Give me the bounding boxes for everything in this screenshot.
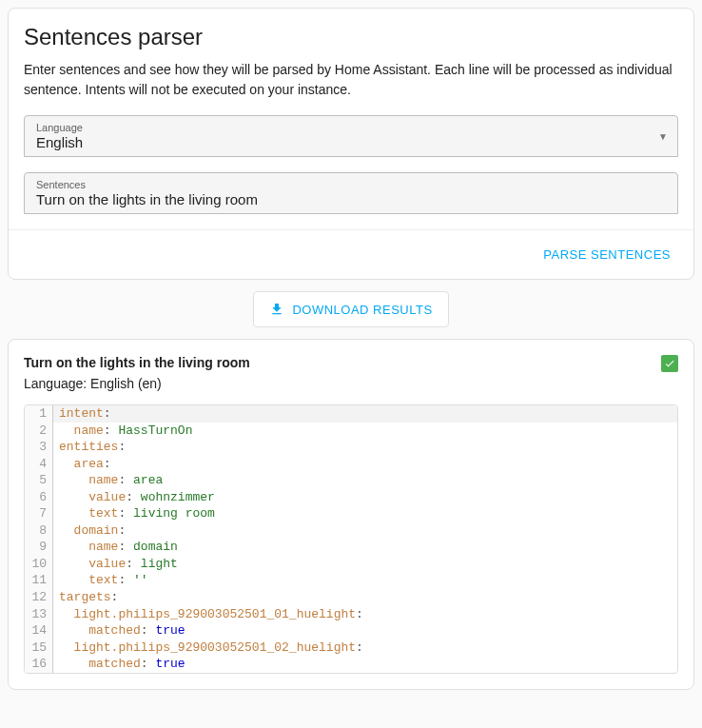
code-line: 12targets: <box>25 589 677 606</box>
sentences-input-wrapper: Sentences <box>24 172 678 214</box>
code-content: light.philips_929003052501_01_huelight: <box>53 606 363 623</box>
language-value: English <box>36 134 666 150</box>
language-select[interactable]: Language English ▼ <box>24 115 678 157</box>
line-number: 6 <box>25 489 53 506</box>
code-line: 5 name: area <box>25 472 677 489</box>
code-line: 4 area: <box>25 456 677 473</box>
line-number: 8 <box>25 522 53 540</box>
sentences-input[interactable] <box>36 191 666 207</box>
line-number: 4 <box>25 456 53 473</box>
download-button-label: Download Results <box>292 303 432 317</box>
yaml-code-block: 1intent:2 name: HassTurnOn3entities:4 ar… <box>24 404 678 674</box>
code-content: matched: true <box>53 656 185 673</box>
code-content: value: wohnzimmer <box>53 489 215 506</box>
code-line: 13 light.philips_929003052501_01_hueligh… <box>25 606 677 623</box>
code-content: entities: <box>53 439 126 456</box>
code-line: 11 text: '' <box>25 572 677 589</box>
code-content: text: '' <box>53 572 148 589</box>
line-number: 5 <box>25 472 53 489</box>
code-content: matched: true <box>53 622 185 639</box>
chevron-down-icon: ▼ <box>658 131 668 142</box>
line-number: 9 <box>25 539 53 556</box>
code-line: 2 name: HassTurnOn <box>25 423 677 440</box>
line-number: 3 <box>25 439 53 456</box>
code-line: 15 light.philips_929003052501_02_hueligh… <box>25 639 677 657</box>
result-language: Language: English (en) <box>24 376 678 391</box>
code-line: 10 value: light <box>25 556 677 573</box>
code-line: 6 value: wohnzimmer <box>25 489 677 506</box>
code-content: name: area <box>53 472 163 489</box>
download-icon <box>269 302 284 317</box>
card-actions: Parse Sentences <box>9 229 693 279</box>
success-badge <box>661 355 678 372</box>
line-number: 7 <box>25 505 53 522</box>
result-card: Turn on the lights in the living room La… <box>8 339 694 690</box>
code-line: 1intent: <box>25 405 677 423</box>
code-line: 14 matched: true <box>25 622 677 639</box>
download-button[interactable]: Download Results <box>253 291 448 327</box>
result-title: Turn on the lights in the living room <box>24 355 250 370</box>
code-content: name: HassTurnOn <box>53 423 192 440</box>
code-line: 8 domain: <box>25 522 677 540</box>
line-number: 14 <box>25 622 53 639</box>
code-line: 3entities: <box>25 439 677 456</box>
download-row: Download Results <box>8 291 694 327</box>
line-number: 2 <box>25 423 53 440</box>
code-content: value: light <box>53 556 178 573</box>
result-header: Turn on the lights in the living room <box>24 355 678 372</box>
sentences-label: Sentences <box>36 179 666 190</box>
code-content: name: domain <box>53 539 178 556</box>
parser-card: Sentences parser Enter sentences and see… <box>8 8 694 280</box>
code-line: 9 name: domain <box>25 539 677 556</box>
code-content: light.philips_929003052501_02_huelight: <box>53 639 363 657</box>
code-content: targets: <box>53 589 118 606</box>
line-number: 15 <box>25 639 53 657</box>
parser-description: Enter sentences and see how they will be… <box>24 60 678 100</box>
line-number: 1 <box>25 405 53 423</box>
code-content: domain: <box>53 522 126 540</box>
code-content: text: living room <box>53 505 215 522</box>
line-number: 13 <box>25 606 53 623</box>
parse-button[interactable]: Parse Sentences <box>536 240 678 269</box>
line-number: 10 <box>25 556 53 573</box>
code-content: area: <box>53 456 111 473</box>
language-label: Language <box>36 122 666 133</box>
code-content: intent: <box>53 405 111 423</box>
line-number: 16 <box>25 656 53 673</box>
code-line: 16 matched: true <box>25 656 677 673</box>
line-number: 11 <box>25 572 53 589</box>
code-line: 7 text: living room <box>25 505 677 522</box>
parser-title: Sentences parser <box>24 24 678 50</box>
line-number: 12 <box>25 589 53 606</box>
